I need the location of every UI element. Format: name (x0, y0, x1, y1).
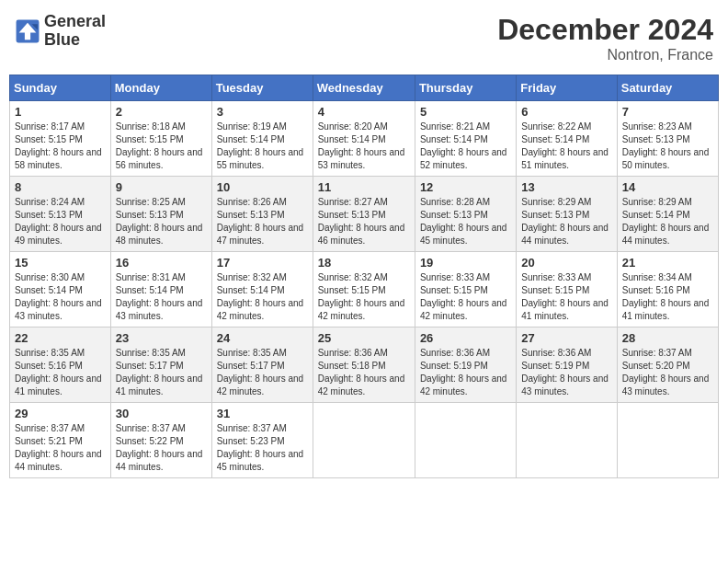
weekday-header: Saturday (617, 75, 718, 101)
calendar-week-row: 29Sunrise: 8:37 AMSunset: 5:21 PMDayligh… (10, 403, 719, 478)
calendar-cell (313, 403, 415, 478)
day-number: 28 (622, 331, 713, 345)
calendar-cell: 16Sunrise: 8:31 AMSunset: 5:14 PMDayligh… (110, 252, 211, 327)
day-info: Sunrise: 8:36 AMSunset: 5:18 PMDaylight:… (318, 347, 410, 398)
day-info: Sunrise: 8:30 AMSunset: 5:14 PMDaylight:… (15, 271, 106, 323)
day-number: 25 (318, 331, 410, 345)
day-info: Sunrise: 8:22 AMSunset: 5:14 PMDaylight:… (521, 121, 611, 172)
calendar-cell: 8Sunrise: 8:24 AMSunset: 5:13 PMDaylight… (10, 177, 111, 252)
day-info: Sunrise: 8:33 AMSunset: 5:15 PMDaylight:… (420, 271, 511, 323)
weekday-header: Friday (517, 75, 617, 101)
day-number: 31 (217, 407, 308, 420)
day-info: Sunrise: 8:24 AMSunset: 5:13 PMDaylight:… (15, 196, 106, 247)
day-info: Sunrise: 8:33 AMSunset: 5:15 PMDaylight:… (521, 271, 611, 323)
day-number: 24 (217, 331, 308, 345)
weekday-header: Sunday (10, 75, 111, 101)
calendar-cell: 14Sunrise: 8:29 AMSunset: 5:14 PMDayligh… (617, 177, 718, 252)
day-info: Sunrise: 8:32 AMSunset: 5:15 PMDaylight:… (318, 271, 410, 323)
day-number: 3 (217, 105, 308, 119)
calendar-cell: 13Sunrise: 8:29 AMSunset: 5:13 PMDayligh… (517, 177, 617, 252)
day-number: 23 (116, 331, 207, 345)
calendar-cell: 31Sunrise: 8:37 AMSunset: 5:23 PMDayligh… (211, 403, 313, 478)
calendar-cell: 2Sunrise: 8:18 AMSunset: 5:15 PMDaylight… (110, 101, 211, 177)
day-number: 18 (318, 256, 410, 270)
calendar-cell: 6Sunrise: 8:22 AMSunset: 5:14 PMDaylight… (517, 101, 617, 177)
day-number: 13 (521, 180, 611, 194)
calendar-cell: 18Sunrise: 8:32 AMSunset: 5:15 PMDayligh… (313, 252, 415, 327)
calendar-cell: 11Sunrise: 8:27 AMSunset: 5:13 PMDayligh… (313, 177, 415, 252)
day-info: Sunrise: 8:35 AMSunset: 5:17 PMDaylight:… (217, 347, 308, 398)
day-number: 15 (15, 256, 106, 270)
day-info: Sunrise: 8:37 AMSunset: 5:21 PMDaylight:… (15, 422, 106, 474)
day-info: Sunrise: 8:29 AMSunset: 5:13 PMDaylight:… (521, 196, 611, 247)
day-number: 19 (420, 256, 511, 270)
day-info: Sunrise: 8:25 AMSunset: 5:13 PMDaylight:… (116, 196, 207, 247)
day-number: 8 (15, 180, 106, 194)
day-number: 7 (622, 105, 713, 119)
day-number: 21 (622, 256, 713, 270)
day-number: 17 (217, 256, 308, 270)
calendar-cell: 9Sunrise: 8:25 AMSunset: 5:13 PMDaylight… (110, 177, 211, 252)
day-number: 27 (521, 331, 611, 345)
weekday-header: Thursday (415, 75, 516, 101)
logo-line1: General (44, 13, 106, 31)
day-number: 6 (521, 105, 611, 119)
calendar-cell: 27Sunrise: 8:36 AMSunset: 5:19 PMDayligh… (517, 327, 617, 403)
day-info: Sunrise: 8:29 AMSunset: 5:14 PMDaylight:… (622, 196, 713, 247)
day-number: 29 (15, 407, 106, 420)
day-number: 2 (116, 105, 207, 119)
calendar-cell: 28Sunrise: 8:37 AMSunset: 5:20 PMDayligh… (617, 327, 718, 403)
day-number: 22 (15, 331, 106, 345)
day-info: Sunrise: 8:36 AMSunset: 5:19 PMDaylight:… (521, 347, 611, 398)
day-info: Sunrise: 8:37 AMSunset: 5:23 PMDaylight:… (217, 422, 308, 474)
logo-text: General Blue (44, 13, 106, 50)
calendar-table: SundayMondayTuesdayWednesdayThursdayFrid… (9, 75, 719, 478)
day-info: Sunrise: 8:36 AMSunset: 5:19 PMDaylight:… (420, 347, 511, 398)
day-info: Sunrise: 8:35 AMSunset: 5:16 PMDaylight:… (15, 347, 106, 398)
day-number: 30 (116, 407, 207, 420)
logo-icon (15, 18, 40, 44)
day-number: 12 (420, 180, 511, 194)
weekday-header: Tuesday (211, 75, 313, 101)
day-info: Sunrise: 8:20 AMSunset: 5:14 PMDaylight:… (318, 121, 410, 172)
calendar-week-row: 22Sunrise: 8:35 AMSunset: 5:16 PMDayligh… (10, 327, 719, 403)
title-area: December 2024 Nontron, France (497, 13, 713, 63)
page-header: General Blue December 2024 Nontron, Fran… (9, 9, 719, 67)
day-info: Sunrise: 8:37 AMSunset: 5:22 PMDaylight:… (116, 422, 207, 474)
day-info: Sunrise: 8:26 AMSunset: 5:13 PMDaylight:… (217, 196, 308, 247)
logo-line2: Blue (44, 31, 106, 50)
day-number: 4 (318, 105, 410, 119)
day-info: Sunrise: 8:31 AMSunset: 5:14 PMDaylight:… (116, 271, 207, 323)
calendar-cell: 30Sunrise: 8:37 AMSunset: 5:22 PMDayligh… (110, 403, 211, 478)
calendar-cell: 5Sunrise: 8:21 AMSunset: 5:14 PMDaylight… (415, 101, 516, 177)
calendar-cell: 20Sunrise: 8:33 AMSunset: 5:15 PMDayligh… (517, 252, 617, 327)
day-info: Sunrise: 8:32 AMSunset: 5:14 PMDaylight:… (217, 271, 308, 323)
calendar-cell: 10Sunrise: 8:26 AMSunset: 5:13 PMDayligh… (211, 177, 313, 252)
day-info: Sunrise: 8:19 AMSunset: 5:14 PMDaylight:… (217, 121, 308, 172)
day-number: 1 (15, 105, 106, 119)
calendar-cell (617, 403, 718, 478)
calendar-cell: 21Sunrise: 8:34 AMSunset: 5:16 PMDayligh… (617, 252, 718, 327)
day-info: Sunrise: 8:17 AMSunset: 5:15 PMDaylight:… (15, 121, 106, 172)
day-info: Sunrise: 8:35 AMSunset: 5:17 PMDaylight:… (116, 347, 207, 398)
day-number: 9 (116, 180, 207, 194)
calendar-cell: 29Sunrise: 8:37 AMSunset: 5:21 PMDayligh… (10, 403, 111, 478)
calendar-cell: 19Sunrise: 8:33 AMSunset: 5:15 PMDayligh… (415, 252, 516, 327)
calendar-cell: 12Sunrise: 8:28 AMSunset: 5:13 PMDayligh… (415, 177, 516, 252)
calendar-week-row: 8Sunrise: 8:24 AMSunset: 5:13 PMDaylight… (10, 177, 719, 252)
calendar-cell: 24Sunrise: 8:35 AMSunset: 5:17 PMDayligh… (211, 327, 313, 403)
calendar-cell: 15Sunrise: 8:30 AMSunset: 5:14 PMDayligh… (10, 252, 111, 327)
calendar-cell: 4Sunrise: 8:20 AMSunset: 5:14 PMDaylight… (313, 101, 415, 177)
calendar-cell: 22Sunrise: 8:35 AMSunset: 5:16 PMDayligh… (10, 327, 111, 403)
location: Nontron, France (497, 47, 713, 63)
calendar-cell: 1Sunrise: 8:17 AMSunset: 5:15 PMDaylight… (10, 101, 111, 177)
calendar-week-row: 1Sunrise: 8:17 AMSunset: 5:15 PMDaylight… (10, 101, 719, 177)
calendar-cell: 17Sunrise: 8:32 AMSunset: 5:14 PMDayligh… (211, 252, 313, 327)
weekday-header: Wednesday (313, 75, 415, 101)
day-number: 11 (318, 180, 410, 194)
calendar-cell: 23Sunrise: 8:35 AMSunset: 5:17 PMDayligh… (110, 327, 211, 403)
day-info: Sunrise: 8:27 AMSunset: 5:13 PMDaylight:… (318, 196, 410, 247)
calendar-cell (415, 403, 516, 478)
month-title: December 2024 (497, 13, 713, 47)
day-number: 16 (116, 256, 207, 270)
